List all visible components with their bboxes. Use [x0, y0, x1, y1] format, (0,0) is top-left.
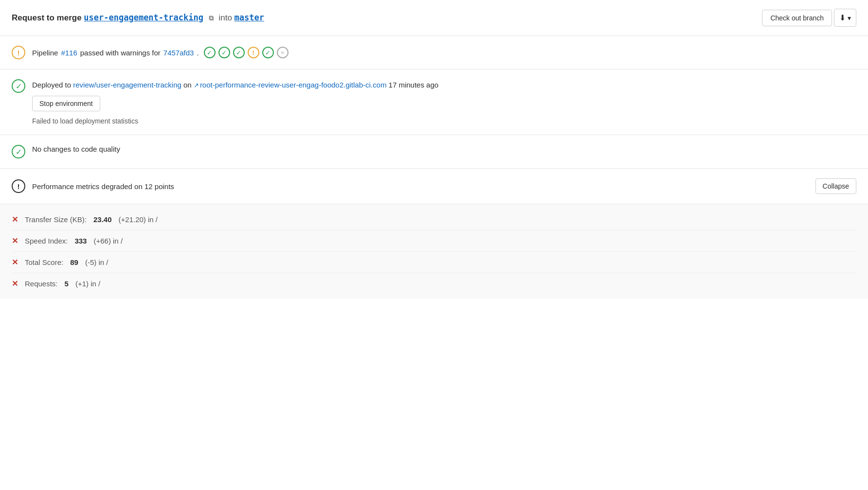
pipeline-icon-check-1[interactable]: ✓ [204, 47, 216, 58]
performance-header-left: ! Performance metrics degraded on 12 poi… [12, 179, 174, 193]
metric-label-transfer: Transfer Size (KB): [25, 215, 87, 224]
deployment-content: Deployed to review/user-engagement-track… [32, 79, 856, 125]
metric-change-requests: (+1) in / [75, 280, 100, 288]
header-bar: Request to merge user-engagement-trackin… [0, 0, 868, 36]
metric-row-speed-index: ✕ Speed Index:333(+66) in / [12, 230, 856, 252]
pipeline-section: ! Pipeline #116 passed with warnings for… [0, 36, 868, 70]
pipeline-icon-check-2[interactable]: ✓ [218, 47, 230, 58]
into-text: into [218, 13, 234, 22]
metric-value-transfer: 23.40 [93, 215, 112, 224]
pipeline-icon-warn-1[interactable]: ! [248, 47, 259, 58]
code-quality-text: No changes to code quality [32, 145, 120, 153]
external-link-icon: ↗ [194, 82, 199, 89]
deployment-row: ✓ Deployed to review/user-engagement-tra… [12, 79, 856, 125]
dropdown-arrow: ▾ [848, 14, 851, 22]
dropdown-button[interactable]: ⬇ ▾ [834, 9, 856, 27]
target-branch-link[interactable]: master [235, 13, 264, 22]
deployment-url-link[interactable]: root-performance-review-user-engag-foodo… [200, 81, 387, 89]
code-quality-section: ✓ No changes to code quality [0, 135, 868, 169]
download-icon: ⬇ [839, 14, 846, 22]
pipeline-text: Pipeline #116 passed with warnings for 7… [32, 47, 856, 58]
pipeline-icon-check-3[interactable]: ✓ [233, 47, 245, 58]
metric-value-speed: 333 [74, 237, 87, 245]
metric-change-speed: (+66) in / [93, 237, 123, 245]
metric-label-speed: Speed Index: [25, 237, 68, 245]
code-quality-status-icon: ✓ [12, 145, 25, 158]
copy-icon[interactable]: ⧉ [209, 14, 214, 22]
deployment-time: 17 minutes ago [386, 81, 438, 89]
metrics-list: ✕ Transfer Size (KB):23.40(+21.20) in / … [0, 204, 868, 299]
stop-environment-button[interactable]: Stop environment [32, 96, 100, 111]
performance-status-icon: ! [12, 179, 25, 193]
metric-value-requests: 5 [65, 280, 69, 288]
deployment-error-text: Failed to load deployment statistics [32, 117, 856, 125]
performance-header-text: Performance metrics degraded on 12 point… [32, 182, 174, 191]
pipeline-suffix: . [197, 49, 199, 57]
pipeline-icon-skip-1[interactable]: » [277, 47, 289, 58]
commit-hash-link[interactable]: 7457afd3 [163, 49, 194, 57]
header-actions: Check out branch ⬇ ▾ [762, 9, 856, 27]
metric-label-requests: Requests: [25, 280, 58, 288]
branch-link[interactable]: user-engagement-tracking [84, 13, 203, 22]
deployment-section: ✓ Deployed to review/user-engagement-tra… [0, 70, 868, 135]
pipeline-icon-check-4[interactable]: ✓ [262, 47, 274, 58]
page-container: Request to merge user-engagement-trackin… [0, 0, 868, 299]
collapse-button[interactable]: Collapse [815, 178, 856, 194]
deployment-text: Deployed to review/user-engagement-track… [32, 79, 856, 91]
pipeline-prefix: Pipeline [32, 49, 58, 57]
header-title: Request to merge user-engagement-trackin… [12, 13, 264, 23]
x-icon-transfer: ✕ [12, 215, 18, 224]
metric-change-score: (-5) in / [85, 258, 108, 266]
pipeline-number-link[interactable]: #116 [61, 49, 77, 57]
metric-row-requests: ✕ Requests:5(+1) in / [12, 273, 856, 294]
metric-row-total-score: ✕ Total Score:89(-5) in / [12, 252, 856, 273]
x-icon-requests: ✕ [12, 279, 18, 288]
header-prefix: Request to merge [12, 13, 84, 22]
pipeline-icons: ✓ ✓ ✓ ! ✓ » [204, 47, 289, 58]
pipeline-middle: passed with warnings for [80, 49, 161, 57]
metric-change-transfer: (+21.20) in / [119, 215, 158, 224]
metric-row-transfer-size: ✕ Transfer Size (KB):23.40(+21.20) in / [12, 209, 856, 230]
metric-label-score: Total Score: [25, 258, 63, 266]
deployed-prefix: Deployed to [32, 81, 73, 89]
code-quality-row: ✓ No changes to code quality [12, 145, 856, 158]
stop-button-wrapper: Stop environment [32, 91, 856, 117]
deployment-status-icon: ✓ [12, 79, 25, 93]
deployed-on: on [181, 81, 194, 89]
metric-value-score: 89 [70, 258, 78, 266]
pipeline-status-icon: ! [12, 46, 25, 59]
performance-section: ! Performance metrics degraded on 12 poi… [0, 169, 868, 299]
performance-header: ! Performance metrics degraded on 12 poi… [0, 169, 868, 204]
checkout-branch-button[interactable]: Check out branch [762, 10, 832, 26]
x-icon-score: ✕ [12, 258, 18, 267]
environment-link[interactable]: review/user-engagement-tracking [73, 81, 181, 89]
x-icon-speed: ✕ [12, 236, 18, 245]
